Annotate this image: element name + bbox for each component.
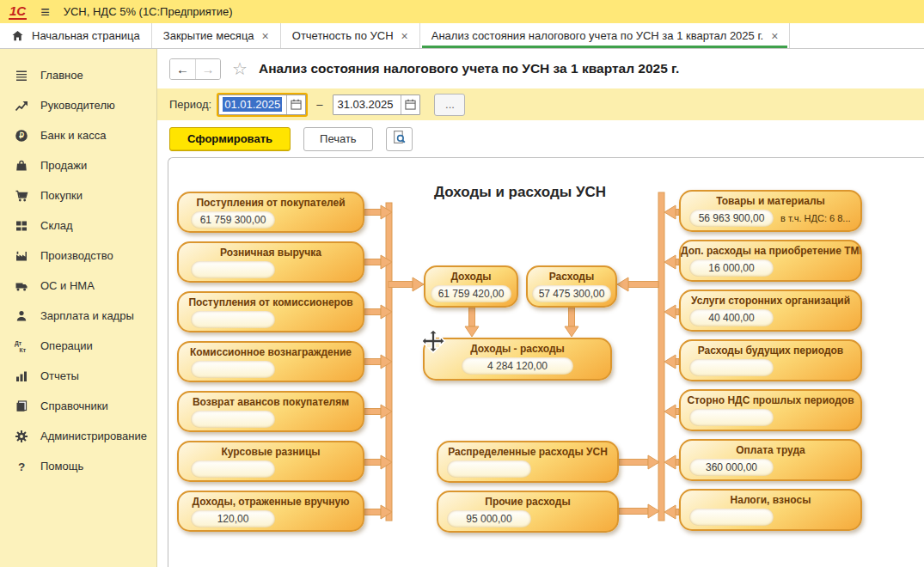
- sidebar-item[interactable]: ОС и НМА: [0, 271, 156, 301]
- flow-box[interactable]: Курсовые разницы: [177, 441, 364, 482]
- tab-label: Начальная страница: [32, 29, 140, 42]
- flow-box-income-total[interactable]: Доходы 61 759 420,00: [424, 265, 518, 308]
- sidebar: ГлавноеРуководителю₽Банк и кассаПродажиП…: [0, 49, 157, 567]
- flow-box[interactable]: Доп. расходы на приобретение ТМЦ16 000,0…: [679, 240, 862, 282]
- close-icon[interactable]: ×: [771, 30, 778, 42]
- question-icon: ?: [13, 460, 29, 473]
- value-pill: 16 000,00: [689, 259, 774, 277]
- flow-box-label: Возврат авансов покупателям: [179, 396, 363, 408]
- value-pill: 40 400,00: [689, 309, 774, 326]
- flow-box[interactable]: Оплата труда360 000,00: [679, 439, 862, 481]
- history-nav: ← →: [169, 58, 221, 80]
- back-button[interactable]: ←: [170, 59, 195, 79]
- sidebar-item-label: Продажи: [40, 159, 87, 172]
- sidebar-item[interactable]: Производство: [0, 241, 156, 271]
- flow-box-label: Розничная выручка: [179, 247, 363, 259]
- period-to-input[interactable]: 31.03.2025: [333, 95, 401, 114]
- close-icon[interactable]: ×: [262, 30, 269, 42]
- value-pill: 95 000,00: [447, 510, 531, 527]
- preview-icon: [392, 130, 407, 148]
- sidebar-item[interactable]: Руководителю: [0, 90, 156, 120]
- tab-2[interactable]: Отчетность по УСН×: [281, 23, 420, 48]
- sidebar-item-label: Покупки: [40, 189, 83, 202]
- sidebar-item[interactable]: Администрирование: [0, 421, 156, 451]
- flow-box[interactable]: Товары и материалы56 963 900,00в т.ч. НД…: [679, 190, 862, 232]
- sidebar-item[interactable]: ДтКтОперации: [0, 331, 156, 361]
- flow-box-label: Расходы будущих периодов: [681, 344, 860, 357]
- value-pill: 57 475 300,00: [532, 285, 611, 302]
- flow-box-difference[interactable]: Доходы - расходы 4 284 120,00: [423, 338, 612, 381]
- sidebar-item[interactable]: Главное: [0, 60, 156, 90]
- sidebar-item-label: Отчеты: [40, 369, 79, 382]
- favorite-star-icon[interactable]: ☆: [232, 58, 248, 79]
- sidebar-item[interactable]: Справочники: [0, 391, 156, 421]
- sidebar-item-label: Администрирование: [40, 430, 147, 442]
- main-menu-icon[interactable]: ≡: [40, 4, 50, 20]
- flow-box[interactable]: Розничная выручка: [177, 241, 364, 283]
- calendar-icon[interactable]: [286, 95, 305, 114]
- flow-box[interactable]: Поступления от комиссионеров: [177, 291, 364, 332]
- flow-box[interactable]: Прочие расходы95 000,00: [437, 491, 619, 533]
- flow-box-label: Услуги сторонних организаций: [681, 295, 860, 307]
- flow-box-label: Курсовые разницы: [179, 446, 363, 458]
- tab-1[interactable]: Закрытие месяца×: [152, 23, 281, 48]
- flow-box-expense-total[interactable]: Расходы 57 475 300,00: [526, 265, 617, 308]
- value-pill: 61 759 420,00: [431, 285, 511, 302]
- sidebar-item-label: Помощь: [40, 460, 83, 472]
- sidebar-item[interactable]: Склад: [0, 210, 156, 241]
- report-canvas: Доходы и расходы УСН Доходы 61 759 420,0…: [168, 157, 924, 567]
- period-from-input[interactable]: 01.01.2025: [219, 95, 286, 114]
- value-pill: [447, 460, 531, 478]
- value-pill: 120,00: [191, 510, 275, 527]
- sidebar-item[interactable]: Продажи: [0, 150, 156, 180]
- sidebar-item-label: Главное: [40, 69, 83, 82]
- tab-label: Отчетность по УСН: [292, 29, 394, 42]
- forward-button[interactable]: →: [195, 59, 220, 79]
- tab-0[interactable]: Начальная страница: [0, 23, 152, 48]
- cart-icon: [13, 189, 29, 203]
- factory-icon: [13, 249, 29, 263]
- sidebar-item-label: Склад: [40, 219, 73, 232]
- flow-box-label: Налоги, взносы: [681, 494, 860, 506]
- flow-box-label: Сторно НДС прошлых периодов: [681, 394, 860, 406]
- sidebar-item[interactable]: Покупки: [0, 180, 156, 210]
- tab-3[interactable]: Анализ состояния налогового учета по УСН…: [420, 23, 791, 48]
- flow-box-label: Комиссионное вознаграждение: [179, 346, 363, 358]
- flow-box[interactable]: Сторно НДС прошлых периодов: [679, 389, 862, 431]
- sidebar-item[interactable]: Отчеты: [0, 361, 156, 391]
- flow-box[interactable]: Доходы, отраженные вручную120,00: [177, 491, 364, 532]
- bag-icon: [13, 159, 29, 173]
- sidebar-item-label: Банк и касса: [40, 129, 107, 142]
- sidebar-item[interactable]: Зарплата и кадры: [0, 301, 156, 331]
- value-pill: [689, 359, 774, 376]
- actions-row: Сформировать Печать: [157, 120, 924, 157]
- diagram-title: Доходы и расходы УСН: [421, 184, 619, 201]
- value-pill: 360 000,00: [689, 459, 774, 476]
- flow-box[interactable]: Возврат авансов покупателям: [177, 391, 364, 432]
- chart-icon: [13, 369, 29, 383]
- value-pill: [191, 361, 275, 378]
- preview-button[interactable]: [386, 127, 413, 151]
- flow-box-label: Товары и материалы: [681, 195, 860, 207]
- flow-box[interactable]: Распределенные расходы УСН: [437, 441, 619, 483]
- vat-note: в т.ч. НДС: 6 8...: [780, 213, 851, 223]
- sidebar-item[interactable]: ₽Банк и касса: [0, 120, 156, 150]
- svg-text:₽: ₽: [19, 131, 24, 140]
- flow-box[interactable]: Поступления от покупателей61 759 300,00: [177, 192, 364, 233]
- sidebar-item[interactable]: ?Помощь: [0, 451, 156, 481]
- generate-button[interactable]: Сформировать: [169, 127, 291, 151]
- sidebar-item-label: Руководителю: [40, 99, 115, 112]
- window-title: УСН, НДС 5% (1С:Предприятие): [64, 5, 233, 18]
- flow-box[interactable]: Налоги, взносы: [679, 489, 862, 531]
- flow-box[interactable]: Расходы будущих периодов: [679, 339, 862, 381]
- flow-box[interactable]: Услуги сторонних организаций40 400,00: [679, 290, 862, 332]
- period-more-button[interactable]: ...: [434, 94, 465, 116]
- close-icon[interactable]: ×: [401, 30, 408, 42]
- tab-label: Закрытие месяца: [163, 29, 254, 42]
- flow-box[interactable]: Комиссионное вознаграждение: [177, 341, 364, 382]
- period-band: Период: 01.01.2025 – 31.03.2025 ...: [157, 88, 924, 120]
- tab-bar: Начальная страницаЗакрытие месяца×Отчетн…: [0, 23, 924, 49]
- calendar-icon[interactable]: [401, 95, 419, 114]
- flow-box-label: Доходы, отраженные вручную: [179, 496, 363, 508]
- print-button[interactable]: Печать: [303, 127, 373, 151]
